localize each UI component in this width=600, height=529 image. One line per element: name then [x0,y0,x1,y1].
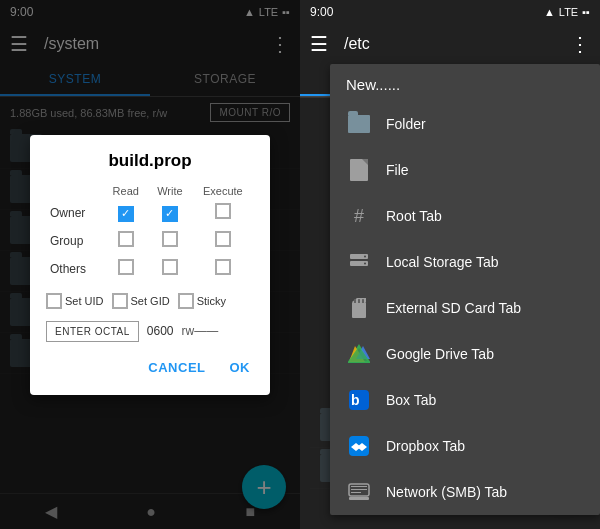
box-icon: b [346,387,372,413]
permissions-table: Read Write Execute Owner ✓ ✓ Group [46,183,254,283]
svg-rect-4 [352,302,366,318]
cancel-button[interactable]: CANCEL [144,356,209,379]
file-shape-icon [350,159,368,181]
right-menu-icon[interactable]: ☰ [310,32,328,56]
octal-row: ENTER OCTAL 0600 rw—— [46,321,254,342]
set-uid-checkbox[interactable] [46,293,62,309]
right-path-title: /etc [344,35,570,53]
owner-label: Owner [46,199,103,227]
menu-item-dropbox[interactable]: Dropbox Tab [330,423,600,469]
others-label: Others [46,255,103,283]
hash-icon: # [354,206,364,227]
col-execute-label: Execute [192,183,254,199]
box-label: Box Tab [386,392,436,408]
dropbox-shape-icon [348,435,370,457]
folder-label: Folder [386,116,426,132]
svg-rect-19 [349,497,369,500]
right-toolbar: ☰ /etc ⋮ [300,24,600,64]
set-uid-option: Set UID [46,293,104,309]
right-status-bar: 9:00 ▲ LTE ▪▪ [300,0,600,24]
svg-rect-7 [358,299,360,303]
box-shape-icon: b [348,389,370,411]
root-tab-label: Root Tab [386,208,442,224]
right-signal-icon: ▲ [544,6,555,18]
context-menu: New...... Folder File # Root Tab [330,64,600,515]
owner-read-checkbox[interactable]: ✓ [118,206,134,222]
sticky-label: Sticky [197,295,226,307]
menu-header: New...... [330,64,600,101]
svg-point-2 [364,256,366,258]
menu-item-google-drive[interactable]: Google Drive Tab [330,331,600,377]
group-read-checkbox[interactable] [118,231,134,247]
sd-card-icon [346,295,372,321]
octal-perm: rw—— [181,324,218,338]
right-status-icons: ▲ LTE ▪▪ [544,6,590,18]
col-owner-label [46,183,103,199]
others-row: Others [46,255,254,283]
sticky-option: Sticky [178,293,226,309]
group-exec-checkbox[interactable] [215,231,231,247]
google-drive-icon [346,341,372,367]
menu-item-file[interactable]: File [330,147,600,193]
folder-menu-icon [346,111,372,137]
set-gid-option: Set GID [112,293,170,309]
dropbox-icon [346,433,372,459]
extra-options: Set UID Set GID Sticky [46,293,254,309]
sticky-checkbox[interactable] [178,293,194,309]
file-menu-icon [346,157,372,183]
network-icon [346,479,372,505]
menu-item-sd-card[interactable]: External SD Card Tab [330,285,600,331]
svg-rect-8 [362,299,364,303]
network-shape-icon [348,483,370,501]
local-storage-label: Local Storage Tab [386,254,499,270]
dialog-title: build.prop [46,151,254,171]
set-gid-label: Set GID [131,295,170,307]
set-uid-label: Set UID [65,295,104,307]
sd-card-label: External SD Card Tab [386,300,521,316]
google-drive-label: Google Drive Tab [386,346,494,362]
others-write-checkbox[interactable] [162,259,178,275]
octal-value: 0600 [147,324,174,338]
root-tab-icon: # [346,203,372,229]
ok-button[interactable]: OK [226,356,255,379]
sdcard-shape-icon [351,297,367,319]
gdrive-shape-icon [348,344,370,364]
right-battery-icon: ▪▪ [582,6,590,18]
menu-item-box[interactable]: b Box Tab [330,377,600,423]
network-smb-label: Network (SMB) Tab [386,484,507,500]
group-row: Group [46,227,254,255]
set-gid-checkbox[interactable] [112,293,128,309]
svg-point-3 [364,263,366,265]
svg-rect-20 [351,486,367,487]
local-storage-icon [346,249,372,275]
right-more-icon[interactable]: ⋮ [570,32,590,56]
group-write-checkbox[interactable] [162,231,178,247]
folder-shape-icon [348,115,370,133]
owner-write-checkbox[interactable]: ✓ [162,206,178,222]
menu-item-local-storage[interactable]: Local Storage Tab [330,239,600,285]
svg-rect-22 [351,492,361,493]
dialog-actions: CANCEL OK [46,356,254,379]
file-label: File [386,162,409,178]
left-panel: 9:00 ▲ LTE ▪▪ ☰ /system ⋮ SYSTEM STORAGE… [0,0,300,529]
col-write-label: Write [148,183,192,199]
right-panel: 9:00 ▲ LTE ▪▪ ☰ /etc ⋮ ETC STORAGE New..… [300,0,600,529]
group-label: Group [46,227,103,255]
menu-item-folder[interactable]: Folder [330,101,600,147]
menu-item-network[interactable]: Network (SMB) Tab [330,469,600,515]
right-status-time: 9:00 [310,5,333,19]
menu-item-root-tab[interactable]: # Root Tab [330,193,600,239]
others-exec-checkbox[interactable] [215,259,231,275]
svg-rect-21 [351,489,367,490]
svg-rect-6 [354,299,356,303]
owner-exec-checkbox[interactable] [215,203,231,219]
col-read-label: Read [103,183,148,199]
enter-octal-button[interactable]: ENTER OCTAL [46,321,139,342]
storage-shape-icon [349,253,369,271]
permissions-dialog: build.prop Read Write Execute Owner ✓ ✓ [30,135,270,395]
dialog-overlay: build.prop Read Write Execute Owner ✓ ✓ [0,0,300,529]
others-read-checkbox[interactable] [118,259,134,275]
right-lte-icon: LTE [559,6,578,18]
owner-row: Owner ✓ ✓ [46,199,254,227]
dropbox-label: Dropbox Tab [386,438,465,454]
